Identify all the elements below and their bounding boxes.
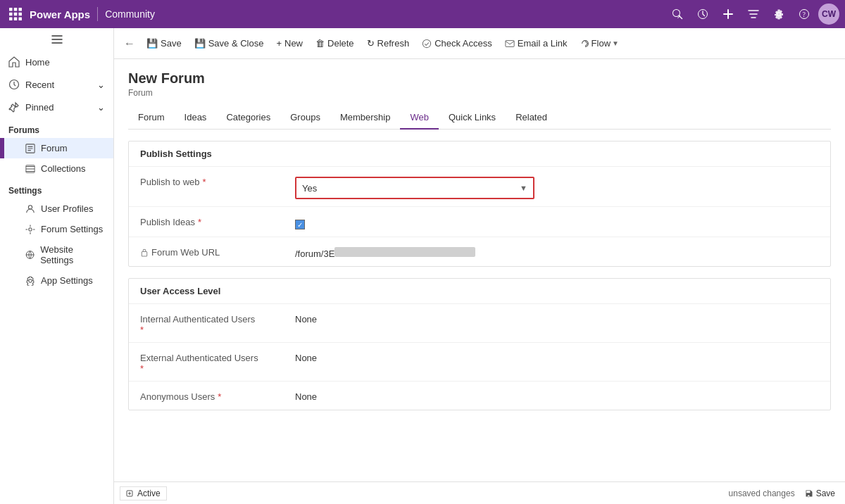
save-close-button[interactable]: 💾 Save & Close (189, 32, 270, 55)
tab-forum[interactable]: Forum (128, 106, 175, 130)
sidebar-item-forum[interactable]: Forum (0, 138, 113, 158)
recent-chevron-icon: ⌄ (97, 80, 105, 90)
new-button[interactable]: + New (270, 32, 308, 55)
svg-rect-19 (506, 40, 514, 46)
save-button[interactable]: 💾 Save (141, 32, 187, 55)
sidebar-item-recent[interactable]: Recent ⌄ (0, 73, 113, 96)
help-icon[interactable]: ? (793, 3, 815, 25)
status-active-badge[interactable]: Active (120, 486, 167, 500)
svg-rect-4 (14, 13, 18, 16)
save-close-icon: 💾 (194, 38, 206, 49)
page-subtitle: Forum (128, 88, 831, 98)
plus-icon[interactable] (717, 3, 739, 25)
dropdown-arrow-icon: ▼ (520, 184, 527, 192)
sidebar-forum-settings-label: Forum Settings (41, 224, 103, 234)
sidebar-item-forum-settings[interactable]: Forum Settings (0, 219, 113, 239)
svg-point-16 (29, 227, 32, 230)
publish-ideas-label: Publish Ideas * (140, 214, 295, 227)
tab-web[interactable]: Web (400, 106, 439, 130)
forum-web-url-row: Forum Web URL /forum/3E (129, 237, 830, 266)
statusbar-save-button[interactable]: Save (801, 487, 839, 500)
sidebar-app-settings-label: App Settings (41, 275, 93, 286)
internal-auth-required: * (140, 325, 144, 335)
recent-icon[interactable] (691, 3, 714, 25)
app-name: Power Apps (30, 8, 90, 20)
back-button[interactable]: ← (120, 34, 139, 53)
forums-section-title: Forums (0, 118, 113, 138)
delete-icon: 🗑 (315, 38, 325, 49)
tab-quick-links[interactable]: Quick Links (439, 106, 506, 130)
user-access-title: User Access Level (129, 279, 830, 304)
tab-groups[interactable]: Groups (280, 106, 330, 130)
anonymous-users-label: Anonymous Users * (140, 389, 295, 402)
external-auth-row: External Authenticated Users * None (129, 343, 830, 382)
sidebar-user-profiles-label: User Profiles (41, 203, 93, 214)
sidebar-item-app-settings[interactable]: App Settings (0, 270, 113, 291)
tab-ideas[interactable]: Ideas (175, 106, 217, 130)
publish-to-web-dropdown[interactable]: Yes ▼ (295, 177, 534, 199)
sidebar-menu-button[interactable] (0, 28, 113, 51)
anonymous-users-value: None (295, 389, 819, 402)
publish-ideas-checkbox[interactable]: ✓ (295, 220, 305, 229)
filter-icon[interactable] (742, 3, 765, 25)
publish-ideas-row: Publish Ideas * ✓ (129, 207, 830, 237)
sidebar-item-pinned[interactable]: Pinned ⌄ (0, 96, 113, 118)
new-icon: + (276, 38, 282, 49)
tab-categories[interactable]: Categories (216, 106, 280, 130)
sidebar-pinned-label: Pinned (25, 102, 54, 113)
top-navbar: Power Apps Community ? CW (0, 0, 845, 28)
nav-divider (97, 7, 98, 21)
statusbar-save-icon (805, 489, 813, 498)
sidebar-item-website-settings[interactable]: Website Settings (0, 239, 113, 270)
publish-to-web-value: Yes ▼ (295, 174, 819, 199)
page-title: New Forum (128, 70, 831, 87)
svg-rect-8 (19, 18, 23, 21)
svg-rect-2 (19, 8, 23, 11)
settings-section-title: Settings (0, 179, 113, 199)
url-blurred (334, 247, 475, 257)
grid-icon[interactable] (6, 4, 25, 24)
sidebar-recent-label: Recent (25, 80, 54, 90)
internal-auth-label: Internal Authenticated Users * (140, 311, 295, 335)
sidebar-item-collections[interactable]: Collections (0, 158, 113, 179)
sidebar-forum-label: Forum (41, 143, 68, 153)
svg-rect-6 (9, 18, 13, 21)
sidebar-item-home[interactable]: Home (0, 51, 113, 73)
tab-related[interactable]: Related (506, 106, 557, 130)
svg-rect-5 (19, 13, 23, 16)
internal-auth-value: None (295, 311, 819, 325)
internal-auth-row: Internal Authenticated Users * None (129, 304, 830, 343)
content-area: New Forum Forum Forum Ideas Categories G… (114, 59, 845, 481)
svg-rect-7 (14, 18, 18, 21)
forum-web-url-value: /forum/3E (295, 244, 819, 259)
tab-membership[interactable]: Membership (330, 106, 401, 130)
sidebar: Home Recent ⌄ Pinned ⌄ Forums Forum Coll… (0, 28, 114, 504)
publish-settings-title: Publish Settings (129, 141, 830, 167)
expand-icon (126, 490, 133, 497)
publish-settings-section: Publish Settings Publish to web * Yes ▼ (128, 141, 831, 267)
status-bar: Active unsaved changes Save (114, 481, 845, 504)
unsaved-changes-label: unsaved changes (729, 489, 795, 498)
delete-button[interactable]: 🗑 Delete (310, 32, 360, 55)
sidebar-website-settings-label: Website Settings (40, 244, 105, 265)
sidebar-home-label: Home (25, 57, 50, 68)
check-access-button[interactable]: Check Access (416, 32, 498, 55)
settings-icon[interactable] (768, 3, 790, 25)
avatar[interactable]: CW (818, 4, 839, 25)
refresh-button[interactable]: ↻ Refresh (361, 32, 415, 55)
anonymous-users-row: Anonymous Users * None (129, 382, 830, 410)
lock-icon (140, 248, 149, 257)
email-icon (505, 39, 515, 49)
search-icon[interactable] (666, 3, 689, 25)
publish-to-web-label: Publish to web * (140, 174, 295, 187)
sidebar-item-user-profiles[interactable]: User Profiles (0, 199, 113, 219)
flow-icon (580, 39, 590, 49)
save-icon: 💾 (146, 38, 158, 49)
tabs-bar: Forum Ideas Categories Groups Membership… (128, 106, 831, 130)
forum-web-url-label: Forum Web URL (140, 244, 295, 258)
external-auth-required: * (140, 363, 144, 374)
email-link-button[interactable]: Email a Link (499, 32, 573, 55)
publish-ideas-value: ✓ (295, 214, 819, 229)
nav-right-actions: ? CW (666, 3, 839, 25)
flow-button[interactable]: Flow ▼ (575, 32, 625, 55)
